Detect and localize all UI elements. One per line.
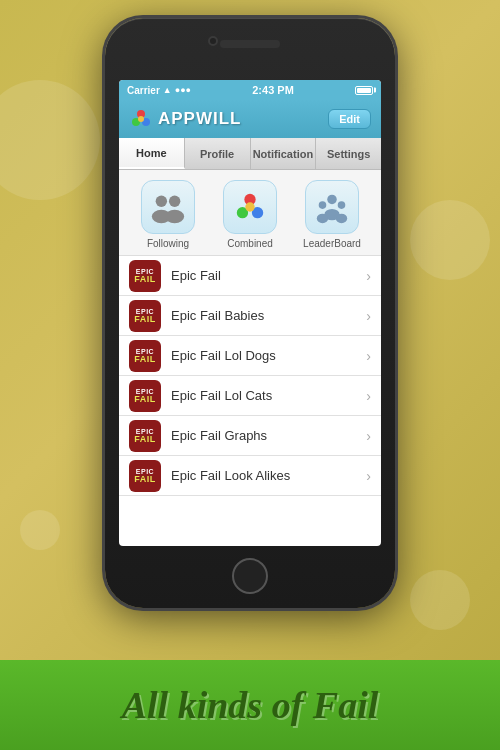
svg-point-13 <box>319 201 327 209</box>
list-item-label-5: Epic Fail Look Alikes <box>171 468 356 483</box>
epic-fail-icon-0: EPIC FAIL <box>129 260 161 292</box>
chevron-icon-4: › <box>366 428 371 444</box>
list-item-label-1: Epic Fail Babies <box>171 308 356 323</box>
list-item-label-4: Epic Fail Graphs <box>171 428 356 443</box>
svg-point-12 <box>327 195 337 205</box>
epic-fail-icon-1: EPIC FAIL <box>129 300 161 332</box>
bottom-banner-text: All kinds of Fail <box>122 683 379 727</box>
chevron-icon-5: › <box>366 468 371 484</box>
tab-notification[interactable]: Notification <box>251 138 317 169</box>
epic-fail-icon-5: EPIC FAIL <box>129 460 161 492</box>
svg-point-5 <box>169 196 180 207</box>
following-label: Following <box>147 238 189 249</box>
svg-point-14 <box>338 201 346 209</box>
svg-point-11 <box>245 202 254 211</box>
signal-icon: ●●● <box>175 85 191 95</box>
phone-screen: Carrier ▲ ●●● 2:43 PM APPW <box>119 80 381 546</box>
list-item-label-2: Epic Fail Lol Dogs <box>171 348 356 363</box>
combined-icon-box <box>223 180 277 234</box>
nav-tabs: Home Profile Notification Settings <box>119 138 381 170</box>
list-item-label-0: Epic Fail <box>171 268 356 283</box>
list-item[interactable]: EPIC FAIL Epic Fail Lol Dogs › <box>119 336 381 376</box>
svg-point-3 <box>138 116 144 122</box>
svg-point-17 <box>336 214 347 224</box>
combined-item[interactable]: Combined <box>214 180 286 249</box>
following-item[interactable]: Following <box>132 180 204 249</box>
chevron-icon-1: › <box>366 308 371 324</box>
combined-icon <box>233 190 267 224</box>
app-logo-icon <box>129 107 153 131</box>
list-items: EPIC FAIL Epic Fail › EPIC FAIL Epic Fai… <box>119 256 381 496</box>
list-item[interactable]: EPIC FAIL Epic Fail Graphs › <box>119 416 381 456</box>
following-icon <box>149 188 187 226</box>
battery-icon <box>355 86 373 95</box>
combined-label: Combined <box>227 238 273 249</box>
svg-point-4 <box>156 196 167 207</box>
leaderboard-label: LeaderBoard <box>303 238 361 249</box>
phone-camera <box>208 36 218 46</box>
tab-home[interactable]: Home <box>119 138 185 169</box>
phone-shell: Carrier ▲ ●●● 2:43 PM APPW <box>105 18 395 608</box>
bottom-banner: All kinds of Fail <box>0 660 500 750</box>
wifi-icon: ▲ <box>163 85 172 95</box>
chevron-icon-3: › <box>366 388 371 404</box>
carrier-label: Carrier <box>127 85 160 96</box>
phone-speaker <box>220 40 280 48</box>
epic-fail-icon-2: EPIC FAIL <box>129 340 161 372</box>
chevron-icon-2: › <box>366 348 371 364</box>
phone-home-button[interactable] <box>232 558 268 594</box>
following-icon-box <box>141 180 195 234</box>
list-item-label-3: Epic Fail Lol Cats <box>171 388 356 403</box>
list-item[interactable]: EPIC FAIL Epic Fail Lol Cats › <box>119 376 381 416</box>
status-bar: Carrier ▲ ●●● 2:43 PM <box>119 80 381 100</box>
epic-fail-icon-3: EPIC FAIL <box>129 380 161 412</box>
leaderboard-icon <box>313 188 351 226</box>
time-display: 2:43 PM <box>252 84 294 96</box>
list-item[interactable]: EPIC FAIL Epic Fail › <box>119 256 381 296</box>
app-title: APPWILL <box>158 109 242 129</box>
epic-fail-icon-4: EPIC FAIL <box>129 420 161 452</box>
list-item[interactable]: EPIC FAIL Epic Fail Look Alikes › <box>119 456 381 496</box>
app-header: APPWILL Edit <box>119 100 381 138</box>
tab-profile[interactable]: Profile <box>185 138 251 169</box>
edit-button[interactable]: Edit <box>328 109 371 129</box>
leaderboard-item[interactable]: LeaderBoard <box>296 180 368 249</box>
tab-settings[interactable]: Settings <box>316 138 381 169</box>
svg-point-7 <box>165 210 184 223</box>
leaderboard-icon-box <box>305 180 359 234</box>
app-logo: APPWILL <box>129 107 242 131</box>
chevron-icon-0: › <box>366 268 371 284</box>
icon-grid: Following Combined <box>119 170 381 256</box>
list-item[interactable]: EPIC FAIL Epic Fail Babies › <box>119 296 381 336</box>
svg-point-16 <box>317 214 328 224</box>
